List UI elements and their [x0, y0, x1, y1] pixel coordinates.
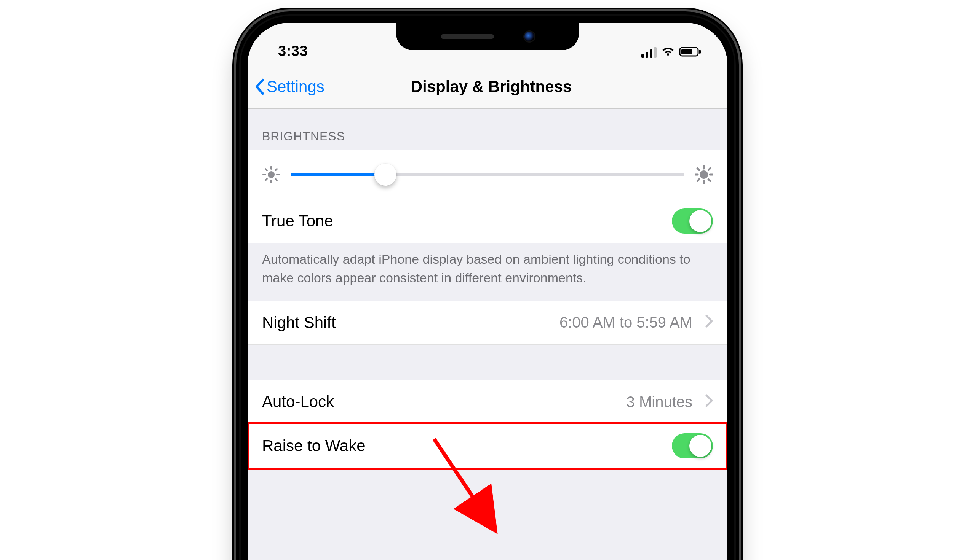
svg-line-20: [708, 168, 710, 170]
true-tone-footnote: Automatically adapt iPhone display based…: [248, 243, 727, 300]
raise-to-wake-label: Raise to Wake: [262, 437, 366, 455]
brightness-slider-thumb[interactable]: [375, 163, 396, 186]
true-tone-toggle[interactable]: [672, 208, 713, 233]
status-time: 3:33: [278, 43, 308, 59]
screen: 3:33 Settings Display & Brightness BRIGH…: [248, 23, 727, 560]
svg-point-3: [268, 171, 274, 178]
earpiece-speaker: [441, 34, 494, 39]
svg-line-10: [266, 179, 267, 180]
auto-lock-label: Auto-Lock: [262, 393, 334, 411]
brightness-slider[interactable]: [291, 173, 684, 176]
sun-small-icon: [262, 165, 280, 184]
battery-icon: [679, 47, 702, 58]
cellular-signal-icon: [641, 47, 657, 58]
night-shift-row[interactable]: Night Shift 6:00 AM to 5:59 AM: [248, 300, 727, 345]
true-tone-label: True Tone: [262, 212, 333, 230]
brightness-slider-row: [248, 150, 727, 199]
chevron-right-icon: [705, 314, 713, 331]
notch: [396, 23, 579, 50]
true-tone-row: True Tone: [248, 199, 727, 243]
back-button[interactable]: Settings: [254, 78, 324, 96]
svg-line-9: [275, 179, 277, 180]
svg-line-19: [697, 179, 699, 181]
front-camera: [524, 32, 534, 42]
svg-line-17: [697, 168, 699, 170]
svg-line-11: [275, 169, 277, 170]
svg-line-8: [266, 169, 267, 170]
raise-to-wake-row: Raise to Wake: [248, 424, 727, 468]
raise-to-wake-toggle[interactable]: [672, 433, 713, 458]
page-title: Display & Brightness: [403, 78, 572, 96]
section-header-brightness: BRIGHTNESS: [248, 109, 727, 150]
sun-large-icon: [695, 165, 713, 184]
wifi-icon: [661, 47, 675, 58]
night-shift-label: Night Shift: [262, 313, 336, 332]
night-shift-value: 6:00 AM to 5:59 AM: [560, 314, 692, 331]
svg-rect-2: [699, 50, 701, 53]
settings-content: BRIGHTNESS True Ton: [248, 109, 727, 503]
chevron-right-icon: [705, 393, 713, 410]
auto-lock-row[interactable]: Auto-Lock 3 Minutes: [248, 380, 727, 424]
iphone-frame: 3:33 Settings Display & Brightness BRIGH…: [236, 12, 739, 560]
auto-lock-value: 3 Minutes: [627, 393, 692, 410]
back-label: Settings: [267, 78, 324, 96]
svg-point-12: [700, 170, 708, 179]
navigation-bar: Settings Display & Brightness: [248, 65, 727, 109]
svg-rect-1: [681, 49, 692, 54]
svg-line-18: [708, 179, 710, 181]
